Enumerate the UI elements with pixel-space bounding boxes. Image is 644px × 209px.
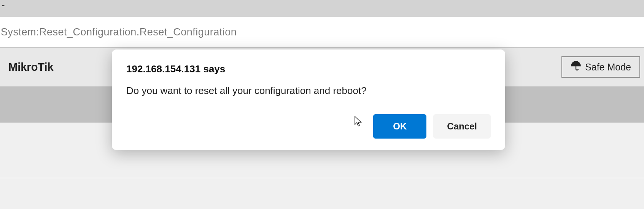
dialog-message: Do you want to reset all your configurat…	[126, 85, 491, 97]
dialog-source-ip: 192.168.154.131	[126, 63, 200, 75]
address-bar[interactable]: System:Reset_Configuration.Reset_Configu…	[0, 17, 644, 47]
dialog-button-row: OK Cancel	[126, 114, 491, 139]
titlebar: -	[0, 0, 644, 17]
window-dash: -	[2, 0, 5, 10]
confirm-dialog: 192.168.154.131 says Do you want to rese…	[112, 49, 505, 150]
umbrella-icon	[571, 61, 581, 73]
ok-button[interactable]: OK	[373, 114, 426, 139]
dialog-says-text: says	[200, 63, 225, 75]
safe-mode-label: Safe Mode	[585, 62, 631, 73]
cancel-button[interactable]: Cancel	[433, 114, 491, 139]
dialog-title: 192.168.154.131 says	[126, 63, 491, 75]
address-bar-text: System:Reset_Configuration.Reset_Configu…	[1, 26, 237, 38]
brand-label: MikroTik	[8, 61, 54, 73]
safe-mode-button[interactable]: Safe Mode	[561, 56, 640, 78]
